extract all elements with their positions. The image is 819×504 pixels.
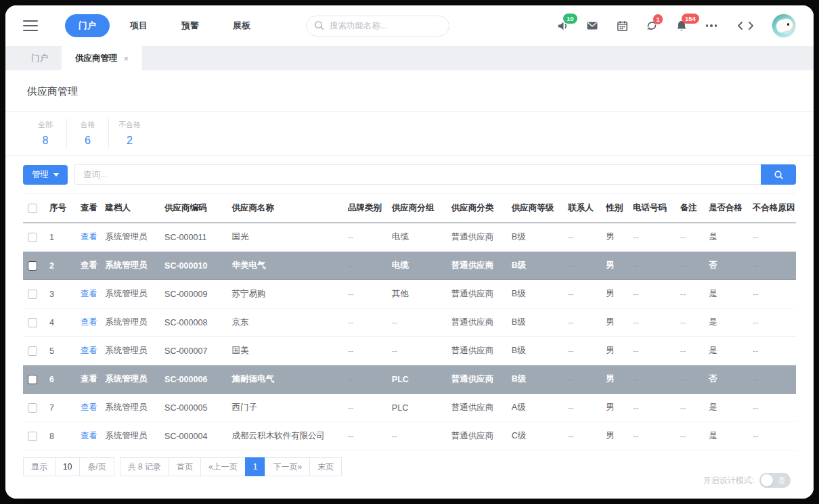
cell-gender: 男 xyxy=(601,337,628,365)
cell-creator: 系统管理员 xyxy=(100,223,160,252)
cell-contact: -- xyxy=(563,394,601,422)
table-row[interactable]: 6查看系统管理员SC-000006施耐德电气--PLC普通供应商B级--男---… xyxy=(23,365,796,394)
cell-name: 西门子 xyxy=(227,394,342,422)
cell-contact: -- xyxy=(563,280,601,308)
stat-label: 不合格 xyxy=(117,120,142,130)
cell-category: 普通供应商 xyxy=(447,422,507,451)
cell-group: -- xyxy=(387,422,447,451)
page-number[interactable]: 1 xyxy=(245,457,266,476)
calendar-icon[interactable] xyxy=(615,18,629,33)
workspace-tabbar: 门户供应商管理× xyxy=(5,46,814,70)
stat-item-2[interactable]: 合格6 xyxy=(66,118,108,148)
manage-button[interactable]: 管理 xyxy=(23,165,68,185)
cell-level: B级 xyxy=(507,280,563,308)
first-page-button[interactable]: 首页 xyxy=(169,457,201,476)
table-row[interactable]: 4查看系统管理员SC-000008京东----普通供应商B级--男----是-- xyxy=(23,308,796,337)
cell-qualified: 是 xyxy=(704,223,748,252)
nav-item-4[interactable]: 展板 xyxy=(219,14,264,37)
last-page-button[interactable]: 末页 xyxy=(309,457,342,476)
cell-code: SC-000005 xyxy=(160,394,227,422)
cell-group: -- xyxy=(387,308,447,337)
menu-icon[interactable] xyxy=(23,20,38,31)
announcement-badge: 10 xyxy=(563,14,577,24)
cell-contact: -- xyxy=(563,337,601,365)
column-header: 供应商等级 xyxy=(507,193,563,223)
view-link[interactable]: 查看 xyxy=(81,260,97,270)
workspace-tab-label: 供应商管理 xyxy=(75,53,118,64)
view-link[interactable]: 查看 xyxy=(81,346,97,355)
cell-code: SC-000007 xyxy=(160,337,227,365)
row-checkbox[interactable] xyxy=(28,375,37,384)
announcement-icon[interactable]: 10 xyxy=(555,18,570,33)
cell-qualified: 否 xyxy=(704,365,748,394)
nav-item-2[interactable]: 项目 xyxy=(116,14,161,37)
page-size-value[interactable]: 10 xyxy=(55,457,80,476)
table-row[interactable]: 5查看系统管理员SC-000007国美----普通供应商B级--男----是-- xyxy=(23,337,796,365)
cell-no: 3 xyxy=(45,280,76,308)
view-link[interactable]: 查看 xyxy=(81,431,97,440)
more-icon[interactable] xyxy=(704,18,719,33)
select-all-checkbox[interactable] xyxy=(28,204,37,213)
stat-label: 全部 xyxy=(32,120,58,130)
column-header: 联系人 xyxy=(563,193,601,223)
workspace-tab-2[interactable]: 供应商管理× xyxy=(62,46,142,70)
cell-qualified: 是 xyxy=(704,280,748,308)
view-link[interactable]: 查看 xyxy=(81,289,97,298)
customer-service-icon[interactable]: 1 xyxy=(644,18,659,33)
column-header: 性别 xyxy=(601,193,628,223)
prev-page-button[interactable]: «上一页 xyxy=(200,457,246,476)
row-checkbox[interactable] xyxy=(28,233,37,242)
cell-gender: 男 xyxy=(601,280,628,308)
cell-code: SC-000008 xyxy=(160,308,227,337)
column-header: 查看 xyxy=(76,193,101,223)
cell-remark: -- xyxy=(676,308,704,337)
view-link[interactable]: 查看 xyxy=(81,317,97,327)
cell-no: 6 xyxy=(45,365,76,394)
table-row[interactable]: 8查看系统管理员SC-000004成都云积木软件有限公司----普通供应商C级-… xyxy=(23,422,796,451)
mail-icon[interactable] xyxy=(585,18,600,33)
row-checkbox[interactable] xyxy=(28,318,37,327)
bell-icon[interactable]: 154 xyxy=(674,18,689,33)
next-page-button[interactable]: 下一页» xyxy=(265,457,310,476)
stat-value: 8 xyxy=(32,135,58,147)
cell-level: B级 xyxy=(507,308,563,337)
cell-remark: -- xyxy=(676,394,704,422)
workspace-tab-1[interactable]: 门户 xyxy=(18,46,62,70)
view-link[interactable]: 查看 xyxy=(81,374,97,384)
stat-item-1[interactable]: 全部8 xyxy=(24,118,66,148)
cell-remark: -- xyxy=(676,365,704,394)
user-avatar[interactable] xyxy=(772,14,796,38)
cell-category: 普通供应商 xyxy=(447,223,507,252)
view-link[interactable]: 查看 xyxy=(81,403,97,412)
row-checkbox[interactable] xyxy=(28,403,37,413)
table-body: 1查看系统管理员SC-000011国光--电缆普通供应商B级--男----是--… xyxy=(23,223,796,451)
tab-close-icon[interactable]: × xyxy=(124,53,129,64)
cell-no: 8 xyxy=(45,422,76,451)
cell-no: 1 xyxy=(45,223,76,252)
nav-item-1[interactable]: 门户 xyxy=(65,14,110,37)
view-link[interactable]: 查看 xyxy=(81,232,97,242)
table-row[interactable]: 2查看系统管理员SC-000010华美电气--电缆普通供应商B级--男----否… xyxy=(23,252,796,280)
row-checkbox[interactable] xyxy=(28,346,37,356)
cell-remark: -- xyxy=(676,223,704,252)
row-checkbox[interactable] xyxy=(28,261,37,271)
table-row[interactable]: 3查看系统管理员SC-000009苏宁易购--其他普通供应商B级--男----是… xyxy=(23,280,796,308)
table-row[interactable]: 7查看系统管理员SC-000005西门子--PLC普通供应商A级--男----是… xyxy=(23,394,796,422)
cell-contact: -- xyxy=(563,223,601,252)
cell-contact: -- xyxy=(563,422,601,451)
query-search-button[interactable] xyxy=(761,164,796,185)
table-row[interactable]: 1查看系统管理员SC-000011国光--电缆普通供应商B级--男----是-- xyxy=(23,223,796,252)
nav-item-3[interactable]: 预警 xyxy=(168,14,213,37)
cell-name: 华美电气 xyxy=(227,252,342,280)
query-input[interactable] xyxy=(74,164,761,185)
design-mode-toggle[interactable]: 否 xyxy=(759,473,791,488)
total-records: 共 8 记录 xyxy=(120,457,169,476)
search-input[interactable] xyxy=(306,16,449,37)
row-checkbox[interactable] xyxy=(28,432,37,441)
column-header: 不合格原因 xyxy=(748,193,796,223)
cell-gender: 男 xyxy=(601,308,628,337)
angle-brackets-icon[interactable] xyxy=(734,18,757,33)
row-checkbox[interactable] xyxy=(28,290,37,299)
cell-level: C级 xyxy=(507,422,563,451)
stat-item-3[interactable]: 不合格2 xyxy=(108,118,150,148)
